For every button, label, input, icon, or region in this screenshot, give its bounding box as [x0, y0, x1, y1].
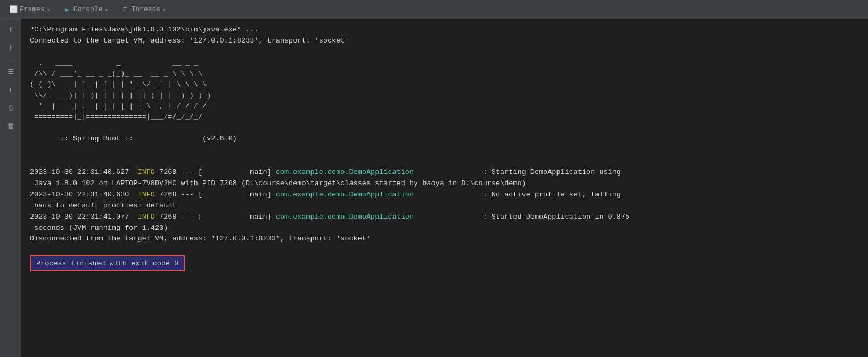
log-line-3a: 2023-10-30 22:31:41.077 INFO 7268 --- [ …	[30, 212, 859, 223]
tab-frames[interactable]: ⬜ Frames ▸	[4, 3, 56, 15]
main-layout: ↑ ↓ ☰ ⬇ ⎙ 🗑 "C:\Program Files\Java\jdk1.…	[0, 19, 868, 357]
spring-art-6: =========|_|==============|___/=/_/_/_/	[30, 112, 859, 122]
tab-console[interactable]: ▶ Console ▸	[58, 3, 114, 15]
connected-line: Connected to the target VM, address: '12…	[30, 36, 859, 47]
process-finished-text: Process finished with exit code 0	[36, 260, 178, 268]
print-button[interactable]: ⎙	[3, 101, 18, 115]
frames-icon: ⬜	[10, 6, 17, 13]
left-toolbar: ↑ ↓ ☰ ⬇ ⎙ 🗑	[0, 19, 21, 357]
log-line-3b: seconds (JVM running for 1.423)	[30, 223, 859, 234]
spring-label-line: :: Spring Boot :: (v2.6.0)	[30, 122, 859, 156]
tab-frames-label: Frames	[20, 5, 45, 13]
spring-art-5: ' |____| .__|_| |_|_| |_\__, | / / / /	[30, 101, 859, 112]
log-line-2a: 2023-10-30 22:31:40.630 INFO 7268 --- [ …	[30, 189, 859, 201]
disconnected-line: Disconnected from the target VM, address…	[30, 234, 859, 245]
wrap-lines-button[interactable]: ☰	[3, 64, 18, 79]
tab-threads-label: Threads	[131, 5, 160, 13]
console-output[interactable]: "C:\Program Files\Java\jdk1.8.0_102\bin\…	[21, 19, 868, 357]
down-button[interactable]: ↓	[3, 40, 18, 55]
class-link-2[interactable]: com.example.demo.DemoApplication	[276, 190, 414, 198]
spring-art-2: /\\ / ___'_ __ _ _(_)_ __ __ _ \ \ \ \	[30, 69, 859, 79]
up-button[interactable]: ↑	[3, 22, 18, 37]
threads-arrow: ▸	[163, 6, 166, 13]
toolbar-divider-1	[4, 60, 17, 60]
spring-version-text: (v2.6.0)	[202, 135, 237, 143]
console-icon: ▶	[63, 6, 71, 13]
clear-button[interactable]: 🗑	[3, 119, 18, 134]
tab-threads[interactable]: ≡ Threads ▸	[116, 3, 171, 15]
log-line-1a: 2023-10-30 22:31:40.627 INFO 7268 --- [ …	[30, 167, 859, 178]
class-link-1[interactable]: com.example.demo.DemoApplication	[276, 168, 414, 176]
java-path-line: "C:\Program Files\Java\jdk1.8.0_102\bin\…	[30, 24, 859, 36]
blank-line-1	[30, 47, 859, 58]
process-finished-box: Process finished with exit code 0	[30, 255, 185, 271]
class-link-3[interactable]: com.example.demo.DemoApplication	[276, 213, 414, 221]
top-bar: ⬜ Frames ▸ ▶ Console ▸ ≡ Threads ▸	[0, 0, 868, 19]
frames-arrow: ▸	[47, 6, 51, 13]
console-arrow: ▸	[105, 6, 108, 13]
blank-line-2	[30, 156, 859, 167]
spring-art-4: \\/ ___)| |_)| | | | | || (_| | ) ) ) )	[30, 90, 859, 101]
tab-console-label: Console	[73, 5, 103, 13]
spring-art-3: ( ( )\___ | '_ | '_| | '_ \/ _` | \ \ \ …	[30, 79, 859, 90]
save-button[interactable]: ⬇	[3, 82, 18, 97]
spring-label-text: :: Spring Boot ::	[56, 135, 202, 143]
log-line-1b: Java 1.8.0_102 on LAPTOP-7V8DV2HC with P…	[30, 178, 859, 189]
log-line-2b: back to default profiles: default	[30, 201, 859, 212]
threads-icon: ≡	[121, 6, 128, 13]
process-finished-container: Process finished with exit code 0	[30, 250, 859, 271]
spring-art-1: . ____ _ __ _ _	[30, 58, 859, 69]
